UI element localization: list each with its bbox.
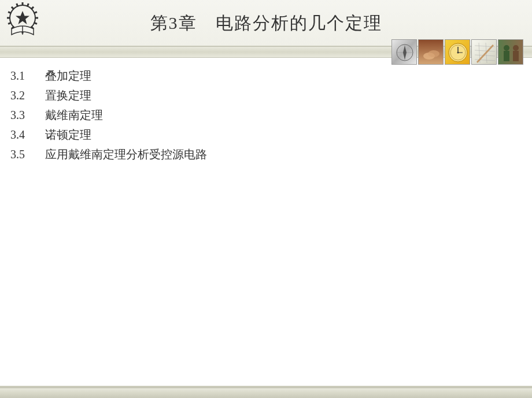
svg-point-38 [513, 45, 519, 51]
svg-rect-39 [513, 51, 519, 61]
toc-number: 3.3 [10, 106, 45, 124]
svg-rect-5 [35, 17, 38, 19]
toc-item: 3.5应用戴维南定理分析受控源电路 [10, 145, 522, 163]
title-bar: 第3章 电路分析的几个定理 [0, 0, 532, 35]
clock-thumb [445, 39, 470, 65]
toc-item: 3.3戴维南定理 [10, 106, 522, 124]
toc-title: 诺顿定理 [45, 128, 91, 141]
content-area: 3.1叠加定理 3.2置换定理 3.3戴维南定理 3.4诺顿定理 3.5应用戴维… [10, 66, 522, 165]
toc-number: 3.2 [10, 86, 45, 105]
toc-number: 3.1 [10, 66, 45, 85]
toc-number: 3.4 [10, 125, 45, 144]
svg-point-36 [504, 45, 509, 51]
svg-point-23 [428, 50, 439, 57]
svg-point-28 [457, 52, 459, 54]
logo-badge [5, 1, 40, 37]
svg-rect-13 [7, 17, 10, 19]
toc-item: 3.1叠加定理 [10, 66, 522, 85]
people-thumb [498, 39, 523, 65]
toc-title: 戴维南定理 [45, 109, 103, 121]
svg-line-30 [475, 50, 495, 51]
toc-list: 3.1叠加定理 3.2置换定理 3.3戴维南定理 3.4诺顿定理 3.5应用戴维… [10, 66, 522, 163]
svg-rect-1 [22, 2, 24, 6]
svg-rect-37 [504, 51, 509, 61]
toc-number: 3.5 [10, 145, 45, 163]
thumbnail-strip [391, 39, 523, 65]
toc-title: 叠加定理 [45, 69, 91, 82]
toc-title: 应用戴维南定理分析受控源电路 [45, 148, 207, 161]
svg-marker-21 [403, 46, 407, 59]
compass-thumb [391, 39, 417, 65]
hands-thumb [418, 39, 444, 65]
drawing-thumb [471, 39, 497, 65]
toc-item: 3.4诺顿定理 [10, 125, 522, 144]
toc-item: 3.2置换定理 [10, 86, 522, 105]
page-title: 第3章 电路分析的几个定理 [0, 12, 532, 35]
footer-bar [0, 388, 532, 398]
toc-title: 置换定理 [45, 89, 91, 102]
